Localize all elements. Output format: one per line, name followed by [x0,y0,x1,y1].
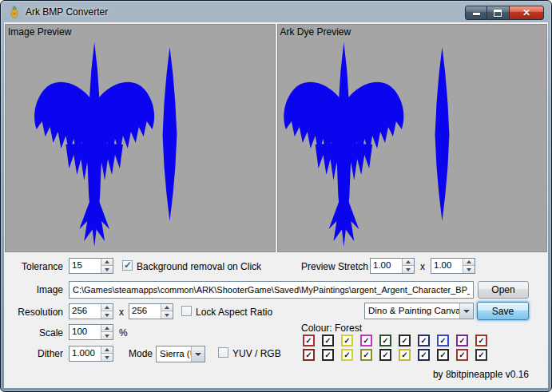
scale-unit-label: % [119,327,128,339]
dye-checkbox[interactable]: ✓ [322,349,334,361]
tolerance-value: 15 [72,260,82,270]
image-path-input[interactable] [69,281,474,299]
colour-label-text: Colour: [301,323,332,334]
spinner-down-icon[interactable] [101,332,113,339]
titlebar[interactable]: Ark BMP Converter ✕ [1,1,551,22]
resolution-separator: x [119,307,124,318]
minimize-button[interactable] [465,6,487,20]
tolerance-label: Tolerance [9,261,63,272]
app-window: Ark BMP Converter ✕ [0,0,552,392]
dye-checkbox[interactable]: ✓ [303,349,315,361]
dye-checkbox[interactable]: ✓ [379,335,391,346]
dye-checkbox[interactable]: ✓ [456,349,468,361]
dye-checkbox[interactable]: ✓ [341,335,353,346]
dye-checkbox[interactable]: ✓ [437,349,449,361]
open-button[interactable]: Open [478,281,529,299]
client-area: Image Preview Ark Dye Preview Tolerance … [4,22,548,388]
resolution-height-spinner[interactable]: 256 [129,303,173,319]
tolerance-spinner[interactable]: 15 [69,258,113,274]
resolution-width-spinner[interactable]: 256 [69,303,113,319]
checkmark-icon: ✓ [124,259,132,271]
dye-checkbox[interactable]: ✓ [341,349,353,361]
yuv-rgb-label[interactable]: YUV / RGB [232,348,281,359]
dye-preview-canvas[interactable] [278,25,547,251]
image-preview-panel[interactable]: Image Preview [5,24,276,252]
close-icon: ✕ [510,7,543,18]
mode-label: Mode [129,348,153,359]
dye-checkbox[interactable]: ✓ [360,349,372,361]
lock-aspect-checkbox[interactable] [181,306,192,316]
dye-checkbox[interactable]: ✓ [418,349,430,361]
chevron-down-icon[interactable] [459,303,473,319]
spinner-up-icon[interactable] [101,325,113,332]
preview-row: Image Preview Ark Dye Preview [5,24,547,252]
stretch-x-value: 1.00 [373,260,391,270]
app-icon [8,6,21,18]
stretch-x-spinner[interactable]: 1.00 [370,258,415,274]
maximize-button[interactable] [487,6,509,20]
resolution-height-value: 256 [132,306,147,315]
yuv-rgb-checkbox[interactable] [218,347,228,358]
save-button[interactable]: Save [477,302,529,320]
dither-label: Dither [9,348,63,359]
resolution-width-value: 256 [72,306,87,315]
credit-text: by 8bitpineapple v0.16 [371,369,529,380]
maximize-icon [494,10,502,17]
dye-checkbox[interactable]: ✓ [303,335,315,346]
preview-stretch-label: Preview Stretch [301,261,368,272]
image-preview-canvas[interactable] [6,25,275,251]
caption-buttons: ✕ [465,6,544,20]
colour-value: Forest [335,323,362,334]
spinner-down-icon[interactable] [101,354,113,361]
scale-label: Scale [9,327,63,339]
background-removal-checkbox[interactable]: ✓ [122,260,133,271]
dye-grid: ✓✓✓✓✓✓✓✓✓✓✓✓✓✓✓✓✓✓✓✓ [303,335,499,362]
minimize-icon [473,13,480,15]
image-label: Image [9,284,63,295]
stretch-y-value: 1.00 [434,260,451,270]
spinner-up-icon[interactable] [463,259,475,266]
window-title: Ark BMP Converter [26,6,108,18]
scale-spinner[interactable]: 100 [69,324,113,340]
close-button[interactable]: ✕ [509,6,544,20]
spinner-down-icon[interactable] [101,266,113,273]
background-removal-label[interactable]: Background removal on Click [137,261,261,272]
spinner-up-icon[interactable] [161,304,173,311]
dye-checkbox[interactable]: ✓ [399,349,411,361]
dye-checkbox[interactable]: ✓ [360,335,372,346]
save-button-label: Save [492,306,514,317]
spinner-down-icon[interactable] [463,266,475,273]
dye-checkbox[interactable]: ✓ [437,335,449,346]
spinner-up-icon[interactable] [101,304,113,311]
dye-checkbox[interactable]: ✓ [475,349,487,361]
spinner-down-icon[interactable] [101,311,113,319]
dye-checkbox[interactable]: ✓ [322,335,334,346]
dye-preview-panel[interactable]: Ark Dye Preview [277,24,548,252]
chevron-down-icon[interactable] [191,346,205,362]
dye-checkbox[interactable]: ✓ [475,335,487,346]
open-button-label: Open [491,284,514,295]
spinner-down-icon[interactable] [402,266,414,273]
dither-spinner[interactable]: 1.000 [69,346,113,362]
dither-value: 1.000 [72,348,95,358]
canvas-select-value: Dino & Painting Canvas [368,306,465,315]
dye-checkbox[interactable]: ✓ [379,349,391,361]
spinner-up-icon[interactable] [101,346,113,354]
resolution-label: Resolution [9,307,63,318]
dye-checkbox[interactable]: ✓ [418,335,430,346]
canvas-select[interactable]: Dino & Painting Canvas [364,303,474,319]
stretch-separator: x [420,261,425,272]
stretch-y-spinner[interactable]: 1.00 [431,258,475,274]
mode-select[interactable]: Sierra (Us [156,346,205,362]
spinner-up-icon[interactable] [402,259,414,266]
dye-checkbox[interactable]: ✓ [399,335,411,346]
colour-label: Colour: Forest [301,323,362,334]
dye-preview-label: Ark Dye Preview [280,26,351,38]
spinner-down-icon[interactable] [161,311,173,319]
lock-aspect-label[interactable]: Lock Aspect Ratio [196,307,272,318]
dye-checkbox[interactable]: ✓ [456,335,468,346]
spinner-up-icon[interactable] [101,259,113,266]
scale-value: 100 [72,327,87,336]
image-preview-label: Image Preview [8,26,71,38]
